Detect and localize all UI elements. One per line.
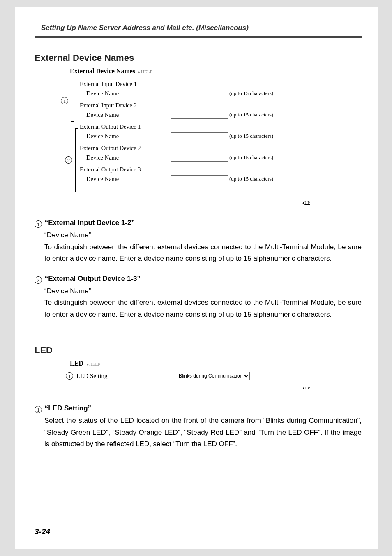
desc-body: “Device Name” To distinguish between the… [44,229,362,265]
desc-body: “Device Name” To distinguish between the… [44,285,362,321]
panel-underline [70,368,311,368]
desc-item-2: 2 “External Output Device 1-3” “Device N… [35,275,362,321]
desc-body: Select the status of the LED located on … [44,415,362,450]
led-panel: LED HELP 1 LED Setting Blinks during Com… [66,360,316,393]
panel-title-text: LED [70,360,83,367]
help-link[interactable]: HELP [138,69,152,74]
char-hint: (up to 15 characters) [229,176,273,182]
external-device-names-panel: External Device Names HELP 1 2 External … [66,67,316,207]
device-name-label: Device Name [80,90,171,97]
desc-head: 1 “LED Setting” [35,404,362,413]
desc-item-1: 1 “External Input Device 1-2” “Device Na… [35,219,362,265]
section-heading-external-device-names: External Device Names [35,53,362,63]
callout-bracket [71,81,74,122]
desc-item-led: 1 “LED Setting” Select the status of the… [35,404,362,450]
device-name-row: Device Name (up to 15 characters) [80,174,316,184]
device-name-row: Device Name (up to 15 characters) [80,110,316,120]
panel-title: External Device Names HELP [70,67,316,75]
desc-num-circle: 1 [35,220,42,228]
device-name-row: Device Name (up to 15 characters) [80,131,316,141]
device-name-row: Device Name (up to 15 characters) [80,88,316,98]
desc-text: Select the status of the LED located on … [44,415,362,450]
callout-bracket [75,128,78,192]
device-title: External Input Device 2 [80,101,316,110]
desc-title: “LED Setting” [45,404,91,412]
char-hint: (up to 15 characters) [229,90,273,97]
desc-title: “External Input Device 1-2” [45,219,135,227]
device-name-label: Device Name [80,133,171,140]
device-name-output-3[interactable] [171,175,228,183]
up-link[interactable]: UP [302,386,310,390]
device-name-row: Device Name (up to 15 characters) [80,153,316,162]
device-name-label: Device Name [80,176,171,183]
help-link[interactable]: HELP [87,361,101,366]
device-name-input-2[interactable] [171,111,228,119]
desc-title: “External Output Device 1-3” [45,275,141,283]
device-name-output-2[interactable] [171,154,228,162]
device-title: External Input Device 1 [80,79,316,88]
page-number: 3-24 [35,527,50,536]
desc-text: To distinguish between the different ext… [44,297,362,320]
device-name-label: Device Name [80,154,171,161]
panel-title-text: External Device Names [70,67,135,74]
up-link[interactable]: UP [302,200,310,205]
desc-text: To distinguish between the different ext… [44,241,362,265]
desc-head: 2 “External Output Device 1-3” [35,275,362,284]
device-name-label: Device Name [80,111,171,118]
char-hint: (up to 15 characters) [229,133,273,139]
led-setting-row: 1 LED Setting Blinks during Communicatio… [66,372,316,380]
device-name-input-1[interactable] [171,90,228,97]
device-name-output-1[interactable] [171,132,228,140]
callout-2-circle: 2 [65,156,72,164]
desc-sub: “Device Name” [44,285,362,297]
desc-head: 1 “External Input Device 1-2” [35,219,362,228]
input-devices: External Input Device 1 Device Name (up … [80,79,316,120]
section-heading-led: LED [35,345,362,356]
char-hint: (up to 15 characters) [229,111,273,118]
desc-num-circle: 2 [35,276,42,284]
panel-underline [70,76,311,76]
desc-sub: “Device Name” [44,229,362,241]
page-header: Setting Up Name Server Address and Mail … [41,24,362,32]
desc-num-circle: 1 [35,406,42,413]
led-setting-select[interactable]: Blinks during Communication [177,372,250,380]
callout-led-circle: 1 [66,372,73,380]
device-title: External Output Device 3 [80,165,316,174]
page: Setting Up Name Server Address and Mail … [15,7,378,549]
output-devices: External Output Device 1 Device Name (up… [80,122,316,184]
device-title: External Output Device 1 [80,122,316,131]
device-title: External Output Device 2 [80,144,316,153]
char-hint: (up to 15 characters) [229,154,273,161]
header-rule [35,36,362,38]
callout-1-circle: 1 [61,97,68,104]
led-setting-label: LED Setting [76,373,177,380]
panel-title: LED HELP [70,360,316,367]
